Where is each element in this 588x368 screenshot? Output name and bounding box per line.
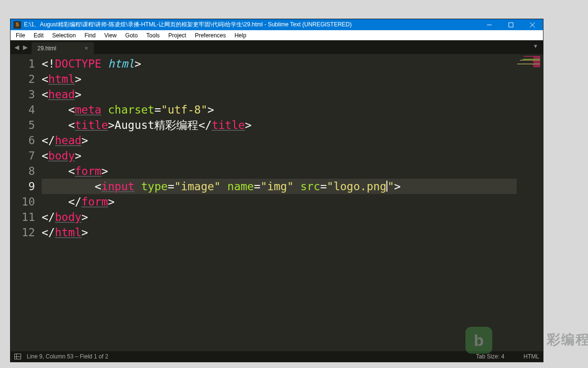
nav-forward-icon[interactable]: ▶ bbox=[22, 44, 29, 51]
menu-project[interactable]: Project bbox=[164, 31, 191, 40]
menu-file[interactable]: File bbox=[11, 31, 29, 40]
line-number: 10 bbox=[11, 194, 35, 209]
menu-selection[interactable]: Selection bbox=[48, 31, 80, 40]
menu-bar: File Edit Selection Find View Goto Tools… bbox=[11, 30, 543, 40]
code-area[interactable]: <!DOCTYPE html><html><head> <meta charse… bbox=[42, 54, 543, 351]
line-gutter: 1 2 3 4 5 6 7 8 9 10 11 12 bbox=[11, 54, 42, 351]
window-controls bbox=[478, 19, 543, 30]
watermark-text: 彩编程 bbox=[547, 331, 588, 349]
menu-view[interactable]: View bbox=[100, 31, 121, 40]
svg-rect-1 bbox=[509, 23, 513, 27]
nav-back-icon[interactable]: ◀ bbox=[13, 44, 20, 51]
close-button[interactable] bbox=[521, 19, 543, 30]
status-tabsize[interactable]: Tab Size: 4 bbox=[476, 353, 504, 360]
line-number: 12 bbox=[11, 225, 35, 240]
menu-find[interactable]: Find bbox=[80, 31, 100, 40]
panel-switcher-icon[interactable] bbox=[14, 354, 21, 359]
tab-bar: ◀ ▶ 29.html × ▼ bbox=[11, 40, 543, 54]
window-titlebar: S E:\1、August精彩编程\课程\讲师-陈凌煜\录播-HTML-让网页的… bbox=[11, 19, 543, 30]
line-number: 9 bbox=[11, 179, 35, 194]
status-right: Tab Size: 4 HTML bbox=[476, 353, 539, 360]
file-tab-label: 29.html bbox=[37, 45, 56, 52]
app-icon: S bbox=[13, 21, 21, 29]
minimize-button[interactable] bbox=[478, 19, 500, 30]
close-icon bbox=[530, 23, 535, 27]
menu-edit[interactable]: Edit bbox=[29, 31, 48, 40]
editor: 1 2 3 4 5 6 7 8 9 10 11 12 <!DOCTYPE htm… bbox=[11, 54, 543, 351]
line-number: 5 bbox=[11, 117, 35, 133]
tab-history-nav: ◀ ▶ bbox=[11, 40, 32, 54]
line-number: 8 bbox=[11, 163, 35, 179]
minimize-icon bbox=[487, 23, 492, 27]
line-number: 2 bbox=[11, 71, 35, 87]
status-syntax[interactable]: HTML bbox=[523, 353, 539, 360]
status-cursor-position: Line 9, Column 53 – Field 1 of 2 bbox=[27, 353, 108, 360]
window-title: E:\1、August精彩编程\课程\讲师-陈凌煜\录播-HTML-让网页的框架… bbox=[24, 21, 478, 29]
maximize-icon bbox=[509, 23, 513, 27]
menu-preferences[interactable]: Preferences bbox=[191, 31, 230, 40]
maximize-button[interactable] bbox=[500, 19, 521, 30]
minimap[interactable] bbox=[517, 54, 543, 351]
menu-tools[interactable]: Tools bbox=[142, 31, 164, 40]
line-number: 6 bbox=[11, 133, 35, 148]
line-number: 4 bbox=[11, 102, 35, 117]
status-bar: Line 9, Column 53 – Field 1 of 2 Tab Siz… bbox=[11, 351, 543, 362]
tab-overflow-icon[interactable]: ▼ bbox=[528, 40, 543, 54]
line-number: 11 bbox=[11, 209, 35, 225]
line-number: 7 bbox=[11, 148, 35, 163]
line-number: 3 bbox=[11, 87, 35, 102]
file-tab[interactable]: 29.html × bbox=[32, 42, 94, 54]
menu-help[interactable]: Help bbox=[230, 31, 251, 40]
line-number: 1 bbox=[11, 56, 35, 71]
menu-goto[interactable]: Goto bbox=[121, 31, 142, 40]
tab-close-icon[interactable]: × bbox=[84, 45, 88, 52]
app-window: S E:\1、August精彩编程\课程\讲师-陈凌煜\录播-HTML-让网页的… bbox=[10, 19, 543, 362]
watermark-b-icon: b bbox=[474, 331, 484, 350]
watermark-logo: b bbox=[465, 327, 492, 354]
